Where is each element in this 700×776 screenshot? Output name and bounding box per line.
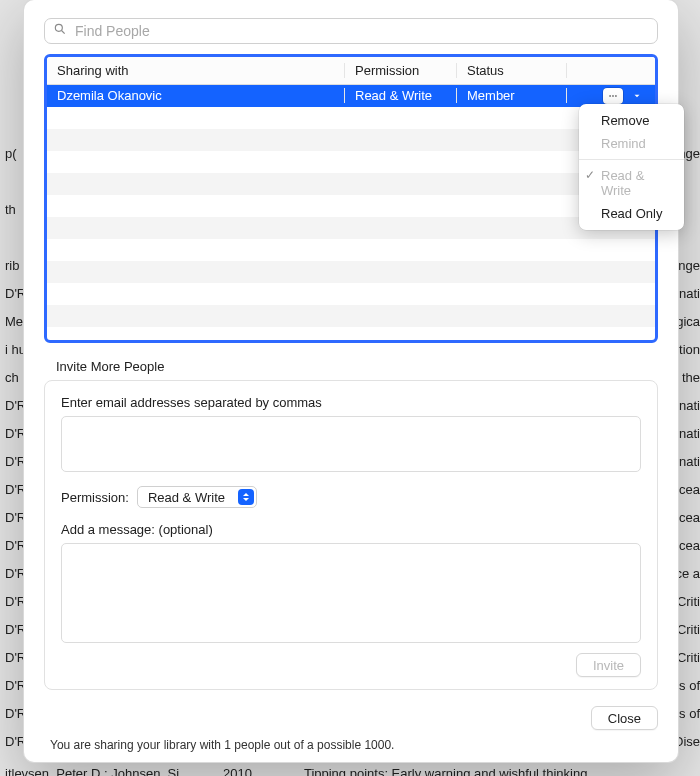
table-row [47,107,655,129]
table-row[interactable]: Dzemila OkanovicRead & WriteMember [47,85,655,107]
svg-line-1 [62,31,65,34]
search-field[interactable] [44,18,658,44]
table-row [47,283,655,305]
table-body: Dzemila OkanovicRead & WriteMember [47,85,655,327]
cell-permission: Read & Write [345,88,457,103]
row-dropdown-button[interactable] [627,88,647,104]
menu-read-write[interactable]: Read & Write [579,164,684,202]
bg-year-cell: 2010 [223,760,252,776]
svg-point-4 [615,95,617,97]
permission-select-value: Read & Write [148,490,225,505]
search-input[interactable] [73,22,649,40]
col-header-name[interactable]: Sharing with [47,63,345,78]
menu-separator [579,159,684,160]
cell-name: Dzemila Okanovic [47,88,345,103]
sharing-table: Sharing with Permission Status Dzemila O… [44,54,658,343]
col-header-status[interactable]: Status [457,63,567,78]
bg-title-cell: Tipping points: Early warning and wishfu… [304,760,588,776]
svg-point-2 [609,95,611,97]
table-header: Sharing with Permission Status [47,57,655,85]
close-button[interactable]: Close [591,706,658,730]
table-row [47,261,655,283]
invite-button[interactable]: Invite [576,653,641,677]
menu-remove[interactable]: Remove [579,109,684,132]
col-header-permission[interactable]: Permission [345,63,457,78]
svg-point-3 [612,95,614,97]
permission-select[interactable]: Read & Write [137,486,257,508]
table-row [47,239,655,261]
table-row [47,151,655,173]
message-label: Add a message: (optional) [61,522,641,537]
select-stepper-icon [238,489,254,505]
cell-status: Member [457,88,567,103]
status-line: You are sharing your library with 1 peop… [50,738,658,752]
message-input[interactable] [61,543,641,643]
email-label: Enter email addresses separated by comma… [61,395,641,410]
table-row [47,305,655,327]
table-row [47,195,655,217]
search-icon [53,22,73,39]
permission-label: Permission: [61,490,129,505]
row-context-menu: Remove Remind Read & Write Read Only [579,104,684,230]
row-more-button[interactable] [603,88,623,104]
menu-read-only[interactable]: Read Only [579,202,684,225]
svg-point-0 [55,25,62,32]
invite-section-label: Invite More People [56,359,658,374]
invite-panel: Enter email addresses separated by comma… [44,380,658,690]
table-row [47,217,655,239]
email-input[interactable] [61,416,641,472]
table-row [47,129,655,151]
bg-author-cell: itlevsen, Peter D.; Johnsen, Si... [5,760,195,776]
table-row [47,173,655,195]
menu-remind: Remind [579,132,684,155]
